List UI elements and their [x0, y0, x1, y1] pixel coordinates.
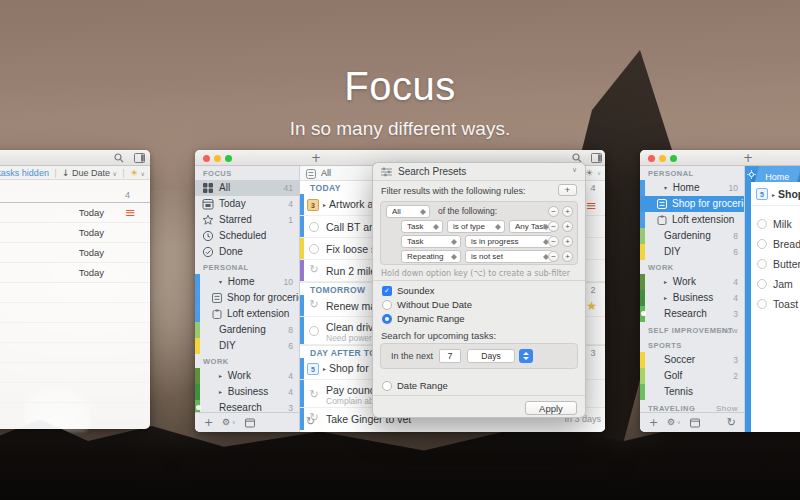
sidebar-item-home[interactable]: ▾ Home 10	[195, 274, 299, 290]
remove-rule-button[interactable]: −	[548, 251, 559, 262]
sidebar-item-diy[interactable]: DIY 6	[195, 338, 299, 354]
sidebar-item-today[interactable]: Today 4	[195, 196, 299, 212]
sidebar-item-diy[interactable]: DIY 6	[640, 244, 744, 260]
repeat-icon[interactable]: ↻	[308, 299, 320, 311]
add-rule-button[interactable]: +	[562, 236, 573, 247]
without-due-date-radio[interactable]	[382, 300, 392, 310]
task-checkbox[interactable]	[309, 326, 319, 336]
rule-value-select[interactable]: Any Task	[509, 220, 553, 233]
task-checkbox[interactable]	[757, 279, 767, 289]
sidebar-item-golf[interactable]: Golf 2	[640, 368, 744, 384]
sidebar-item-gardening[interactable]: Gardening 8	[640, 228, 744, 244]
add-subrule-button[interactable]: +	[562, 206, 573, 217]
filter-scope-label[interactable]: All	[321, 168, 331, 178]
zoom-button[interactable]	[225, 155, 232, 162]
sidebar-item-tennis[interactable]: Tennis	[640, 384, 744, 400]
sun-icon[interactable]: ☀	[585, 168, 593, 178]
panel-item[interactable]: Jam	[751, 274, 800, 294]
add-list-button[interactable]: +	[649, 416, 658, 429]
sidebar-item-done[interactable]: Done	[195, 244, 299, 260]
task-checkbox[interactable]	[309, 222, 319, 232]
task-row[interactable]: Today	[0, 223, 150, 243]
sidebar-item-loft-extension[interactable]: Loft extension	[640, 212, 744, 228]
apply-button[interactable]: Apply	[525, 401, 577, 415]
days-count-field[interactable]: 7	[439, 349, 461, 363]
date-range-radio[interactable]	[382, 381, 392, 391]
repeat-icon[interactable]: ↻	[308, 389, 320, 401]
rule-field-select[interactable]: Task	[401, 235, 461, 248]
sidebar-item-shop-for-groceries[interactable]: Shop for groceries	[195, 290, 299, 306]
repeat-icon[interactable]: ↻	[308, 264, 320, 276]
zoom-button[interactable]	[670, 155, 677, 162]
disclosure-icon[interactable]: ▸	[219, 372, 222, 379]
add-task-button[interactable]: +	[311, 151, 321, 165]
option-row-date-range[interactable]: Date Range	[373, 379, 585, 392]
task-row[interactable]: Today	[0, 243, 150, 263]
calendar-panel-icon[interactable]	[245, 418, 255, 428]
close-button[interactable]	[203, 155, 210, 162]
sidebar-item-scheduled[interactable]: Scheduled	[195, 228, 299, 244]
rule-operator-select[interactable]: is not set	[465, 250, 553, 263]
task-row[interactable]: Today ≡	[0, 203, 150, 223]
unit-select[interactable]: Days	[467, 349, 515, 363]
task-checkbox[interactable]	[757, 299, 767, 309]
sidebar-item-home[interactable]: ▾ Home 10	[640, 180, 744, 196]
sync-icon[interactable]: ↻	[727, 416, 736, 429]
add-list-button[interactable]: +	[204, 416, 213, 429]
sidebar-item-starred[interactable]: Starred 1	[195, 212, 299, 228]
rule-field-select[interactable]: Repeating	[401, 250, 461, 263]
rule-operator-select[interactable]: is of type	[447, 220, 505, 233]
sidebar-item-business[interactable]: ▸ Business 4	[195, 384, 299, 400]
show-link[interactable]: Show	[716, 322, 738, 339]
sidebar-item-research[interactable]: Research 3	[640, 306, 744, 322]
disclosure-icon[interactable]: ▾	[664, 184, 667, 191]
task-row[interactable]: Today	[0, 263, 150, 283]
task-checkbox[interactable]	[309, 244, 319, 254]
remove-rule-button[interactable]: −	[548, 236, 559, 247]
minimize-button[interactable]	[659, 155, 666, 162]
sidebar-toggle-icon[interactable]	[591, 153, 602, 163]
collapse-chevron-icon[interactable]: ∨	[572, 166, 577, 174]
task-checkbox[interactable]	[757, 239, 767, 249]
rule-operator-select[interactable]: is in progress	[465, 235, 553, 248]
smart-list-icon[interactable]	[306, 169, 316, 179]
star-icon[interactable]: ★	[586, 299, 597, 313]
rule-scope-select[interactable]: All	[386, 205, 430, 218]
disclosure-icon[interactable]: ▾	[219, 278, 222, 285]
sidebar-item-soccer[interactable]: Soccer 3	[640, 352, 744, 368]
sidebar-item-business[interactable]: ▸ Business 4	[640, 290, 744, 306]
sidebar-toggle-icon[interactable]	[134, 153, 145, 163]
unit-stepper[interactable]	[519, 349, 533, 363]
disclosure-icon[interactable]: ▸	[219, 388, 222, 395]
add-rule-button[interactable]: +	[562, 221, 573, 232]
soundex-checkbox[interactable]: ✓	[382, 286, 392, 296]
panel-item[interactable]: Toast	[751, 294, 800, 314]
option-row-soundex[interactable]: ✓ Soundex	[373, 284, 585, 297]
add-task-button[interactable]: +	[743, 151, 753, 165]
minimize-button[interactable]	[214, 155, 221, 162]
tab-home[interactable]: Home	[755, 166, 800, 182]
gear-menu-button[interactable]: ⚙	[222, 416, 230, 429]
sidebar-item-all[interactable]: All 41	[195, 180, 299, 196]
add-rule-button[interactable]: +	[562, 251, 573, 262]
panel-item[interactable]: Bread	[751, 234, 800, 254]
gear-menu-button[interactable]: ⚙	[667, 416, 675, 429]
dynamic-range-radio[interactable]	[382, 314, 392, 324]
search-icon[interactable]	[114, 153, 124, 163]
task-checkbox[interactable]	[757, 259, 767, 269]
disclosure-icon[interactable]: ▸	[664, 278, 667, 285]
remove-rule-button[interactable]: −	[548, 221, 559, 232]
sync-icon[interactable]: ↻	[306, 415, 315, 428]
panel-item[interactable]: Butter	[751, 254, 800, 274]
rule-field-select[interactable]: Task	[401, 220, 443, 233]
option-row-dynamic-range[interactable]: Dynamic Range	[373, 312, 585, 325]
sidebar-item-work[interactable]: ▸ Work 4	[640, 274, 744, 290]
sidebar-item-loft-extension[interactable]: Loft extension	[195, 306, 299, 322]
sort-selector[interactable]: ↓ Due Date ∨	[62, 168, 117, 178]
gear-icon[interactable]	[747, 170, 756, 179]
close-button[interactable]	[648, 155, 655, 162]
task-checkbox[interactable]	[757, 219, 767, 229]
sidebar-item-gardening[interactable]: Gardening 8	[195, 322, 299, 338]
remove-rule-button[interactable]: −	[548, 206, 559, 217]
disclosure-icon[interactable]: ▸	[664, 294, 667, 301]
